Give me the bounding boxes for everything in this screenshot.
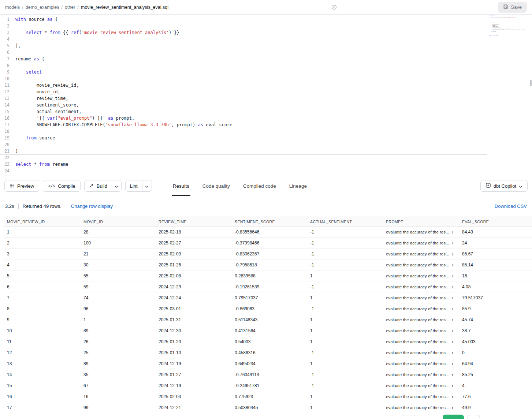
- expand-prompt-icon[interactable]: ›: [452, 328, 454, 333]
- download-csv-link[interactable]: Download CSV: [495, 203, 527, 209]
- breadcrumb-separator: /: [77, 5, 78, 10]
- prompt-preview-text: evaluate the accuracy of the res...: [386, 230, 449, 234]
- eval-score-cell: 38.7: [462, 328, 532, 333]
- code-line[interactable]: 21): [0, 148, 532, 154]
- tab-lineage[interactable]: Lineage: [288, 176, 308, 196]
- code-line[interactable]: 22: [0, 154, 532, 161]
- table-row[interactable]: 6592024-12-29-0.19261539-1evaluate the a…: [4, 281, 532, 292]
- build-button[interactable]: Build: [85, 180, 112, 191]
- table-row[interactable]: 10892024-12-300.41315641evaluate the acc…: [4, 325, 532, 336]
- column-header-movie_review_id[interactable]: MOVIE_REVIEW_ID: [7, 220, 83, 224]
- line-number: 8: [0, 62, 15, 69]
- table-row[interactable]: 17992024-12-210.503804451evaluate the ac…: [4, 402, 532, 413]
- column-header-actual_sentiment[interactable]: ACTUAL_SENTIMENT: [310, 220, 386, 224]
- table-row[interactable]: 912025-01-310.511483431evaluate the accu…: [4, 314, 532, 325]
- expand-prompt-icon[interactable]: ›: [452, 306, 454, 311]
- expand-prompt-icon[interactable]: ›: [452, 383, 454, 388]
- sql-code-editor[interactable]: 1with source as (23 select * from {{ ref…: [0, 15, 532, 176]
- breadcrumb-current-file[interactable]: movie_review_sentiment_analysis_eval.sql: [81, 5, 168, 10]
- column-header-sentiment_score[interactable]: SENTIMENT_SCORE: [235, 220, 310, 224]
- code-line[interactable]: 23select * from rename: [0, 161, 532, 168]
- lint-button[interactable]: Lint: [126, 180, 142, 191]
- change-row-display-link[interactable]: Change row display: [71, 203, 113, 209]
- code-line[interactable]: 24: [0, 168, 532, 174]
- tab-results[interactable]: Results: [172, 176, 190, 196]
- expand-prompt-icon[interactable]: ›: [452, 317, 454, 322]
- table-row[interactable]: 21002025-02-27-0.37398466-1evaluate the …: [4, 237, 532, 248]
- eval-score-cell: 85.25: [462, 372, 532, 377]
- table-cell: 2025-02-27: [159, 240, 235, 246]
- code-line[interactable]: 20: [0, 141, 532, 148]
- column-header-prompt[interactable]: PROMPT: [386, 220, 462, 224]
- expand-prompt-icon[interactable]: ›: [452, 284, 454, 289]
- build-dropdown-button[interactable]: [112, 180, 121, 191]
- table-row[interactable]: 11262025-01-200.540031evaluate the accur…: [4, 336, 532, 347]
- table-row[interactable]: 15672024-12-19-0.24951781-1evaluate the …: [4, 380, 532, 391]
- table-row[interactable]: 3212025-02-03-0.83062357-1evaluate the a…: [4, 248, 532, 259]
- code-line[interactable]: 16 '{{ var("eval_prompt") }}' as prompt,: [0, 115, 532, 121]
- code-line[interactable]: 4: [0, 36, 532, 42]
- code-line[interactable]: 10: [0, 75, 532, 82]
- column-header-movie_id[interactable]: MOVIE_ID: [83, 220, 159, 224]
- code-line[interactable]: 11 movie_review_id,: [0, 82, 532, 89]
- code-line[interactable]: 15 actual_sentiment,: [0, 108, 532, 115]
- expand-prompt-icon[interactable]: ›: [452, 405, 454, 410]
- expand-prompt-icon[interactable]: ›: [452, 394, 454, 399]
- tab-code-quality[interactable]: Code quality: [201, 176, 231, 196]
- save-button[interactable]: Save: [498, 2, 527, 13]
- code-line[interactable]: 14 sentiment_score,: [0, 102, 532, 108]
- table-row[interactable]: 12252025-01-100.4586316-1evaluate the ac…: [4, 347, 532, 358]
- expand-prompt-icon[interactable]: ›: [452, 372, 454, 377]
- table-row[interactable]: 4302025-01-26-0.7958618-1evaluate the ac…: [4, 259, 532, 270]
- status-divider: [18, 203, 19, 209]
- lint-dropdown-button[interactable]: [142, 180, 152, 191]
- expand-prompt-icon[interactable]: ›: [452, 229, 454, 235]
- expand-prompt-icon[interactable]: ›: [452, 361, 454, 366]
- code-line[interactable]: 3 select * from {{ ref('movie_review_sen…: [0, 29, 532, 36]
- expand-prompt-icon[interactable]: ›: [452, 262, 454, 268]
- editor-scrollbar-thumb[interactable]: [530, 80, 532, 86]
- code-line[interactable]: 8: [0, 62, 532, 69]
- expand-prompt-icon[interactable]: ›: [452, 339, 454, 344]
- code-line[interactable]: 2: [0, 23, 532, 29]
- code-line[interactable]: 17 SNOWFLAKE.CORTEX.COMPLETE('snowflake-…: [0, 121, 532, 128]
- compile-button[interactable]: </> Compile: [43, 180, 81, 192]
- expand-prompt-icon[interactable]: ›: [452, 273, 454, 278]
- code-line[interactable]: 5),: [0, 42, 532, 49]
- code-line[interactable]: 18: [0, 128, 532, 135]
- chevron-down-icon: [145, 183, 149, 189]
- line-number: 3: [0, 29, 15, 36]
- expand-prompt-icon[interactable]: ›: [452, 350, 454, 355]
- code-line[interactable]: 9 select: [0, 69, 532, 75]
- partial-bottom-button[interactable]: [468, 415, 480, 419]
- table-row[interactable]: 7742024-12-240.795170371evaluate the acc…: [4, 292, 532, 303]
- code-line[interactable]: 7rename as (: [0, 56, 532, 62]
- breadcrumb-segment[interactable]: other: [65, 5, 75, 10]
- code-line[interactable]: 12 movie_id,: [0, 89, 532, 95]
- prompt-cell: evaluate the accuracy of the res...›: [386, 262, 462, 268]
- preview-button[interactable]: Preview: [4, 180, 39, 192]
- expand-prompt-icon[interactable]: ›: [452, 240, 454, 246]
- partial-bottom-button[interactable]: [402, 415, 416, 419]
- table-row[interactable]: 8962025-03-01-0.869063-1evaluate the acc…: [4, 303, 532, 314]
- expand-prompt-icon[interactable]: ›: [452, 251, 454, 257]
- table-row[interactable]: 14352025-01-27-0.76049113-1evaluate the …: [4, 369, 532, 380]
- breadcrumb-segment[interactable]: models: [5, 5, 20, 10]
- table-row[interactable]: 13892024-12-190.64942341evaluate the acc…: [4, 358, 532, 369]
- breadcrumb-segment[interactable]: demo_examples: [26, 5, 59, 10]
- column-header-review_time[interactable]: REVIEW_TIME: [159, 220, 235, 224]
- prompt-preview-text: evaluate the accuracy of the res...: [386, 274, 449, 278]
- table-row[interactable]: 5552025-02-080.28395881evaluate the accu…: [4, 270, 532, 281]
- partial-green-button[interactable]: [443, 415, 464, 419]
- table-cell: 0.6494234: [235, 361, 310, 366]
- expand-prompt-icon[interactable]: ›: [452, 295, 454, 300]
- code-line[interactable]: 1with source as (: [0, 16, 532, 23]
- code-line[interactable]: 13 review_time,: [0, 95, 532, 102]
- dbt-copilot-button[interactable]: dbt Copilot: [480, 180, 528, 192]
- tab-compiled-code[interactable]: Compiled code: [242, 176, 277, 196]
- code-line[interactable]: 19 from source: [0, 135, 532, 141]
- table-row[interactable]: 16162025-02-040.7759231evaluate the accu…: [4, 391, 532, 402]
- column-header-eval_score[interactable]: EVAL_SCORE: [462, 220, 532, 224]
- table-row[interactable]: 1282025-02-18-0.83556646-1evaluate the a…: [4, 227, 532, 237]
- code-line[interactable]: 6: [0, 49, 532, 56]
